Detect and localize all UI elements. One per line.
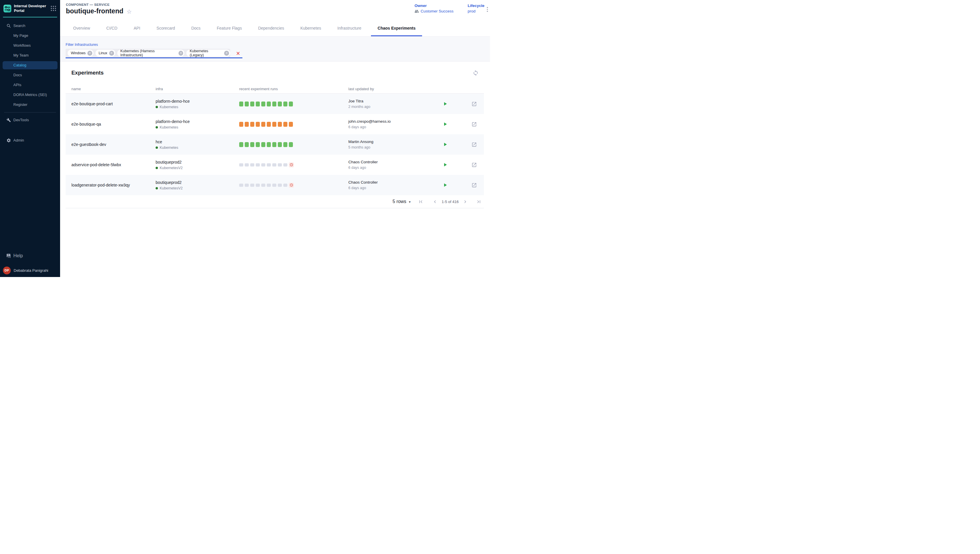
tab-ci-cd[interactable]: CI/CD	[106, 20, 117, 36]
run-square-not_run[interactable]	[267, 163, 271, 167]
run-square-passed[interactable]	[283, 102, 287, 107]
chip-remove-icon[interactable]: ×	[179, 51, 184, 56]
chip-remove-icon[interactable]: ×	[87, 51, 92, 56]
run-square-passed[interactable]	[261, 142, 265, 147]
filter-chip-kubernetes-harness-infrastructure[interactable]: Kubernetes (Harness Infrastructure)×	[117, 49, 185, 57]
run-square-not_run[interactable]	[283, 184, 287, 187]
sidebar-item-apis[interactable]: APIs	[0, 80, 60, 90]
run-square-failed[interactable]	[239, 122, 243, 127]
run-square-not_run[interactable]	[250, 184, 254, 187]
clear-filters-icon[interactable]: ×	[236, 50, 240, 57]
run-square-failed[interactable]	[261, 122, 265, 127]
overdue-clock-icon[interactable]	[289, 183, 294, 188]
run-square-passed[interactable]	[239, 142, 243, 147]
run-square-passed[interactable]	[289, 142, 293, 147]
sidebar-user[interactable]: DP Debabrata Panigrahi	[0, 266, 60, 275]
run-square-not_run[interactable]	[256, 163, 260, 167]
sidebar-item-devtools[interactable]: DevTools	[0, 115, 60, 125]
run-square-failed[interactable]	[250, 122, 254, 127]
sidebar-item-catalog[interactable]: Catalog	[3, 61, 57, 69]
run-square-passed[interactable]	[245, 142, 249, 147]
filter-chip-windows[interactable]: Windows×	[68, 49, 94, 57]
run-square-passed[interactable]	[267, 102, 271, 107]
open-in-new-icon[interactable]	[471, 101, 477, 107]
more-options-icon[interactable]	[486, 6, 489, 13]
sidebar-item-docs[interactable]: Docs	[0, 70, 60, 80]
sidebar-item-search[interactable]: Search	[0, 21, 60, 31]
run-square-passed[interactable]	[239, 102, 243, 107]
sidebar-item-workflows[interactable]: Workflows	[0, 41, 60, 51]
tab-dependencies[interactable]: Dependencies	[258, 20, 284, 36]
tab-chaos-experiments[interactable]: Chaos Experiments	[371, 20, 422, 36]
run-experiment-icon[interactable]	[442, 162, 448, 168]
sidebar-item-help[interactable]: ? Help	[0, 251, 60, 261]
run-square-not_run[interactable]	[245, 163, 249, 167]
filter-chip-linux[interactable]: Linux×	[96, 49, 115, 57]
run-square-failed[interactable]	[278, 122, 282, 127]
open-in-new-icon[interactable]	[471, 162, 477, 168]
run-square-not_run[interactable]	[278, 184, 282, 187]
sidebar-item-dora-metrics-sei[interactable]: DORA Metrics (SEI)	[0, 90, 60, 100]
next-page-icon[interactable]	[463, 199, 468, 204]
run-square-not_run[interactable]	[250, 163, 254, 167]
tab-docs[interactable]: Docs	[191, 20, 201, 36]
run-experiment-icon[interactable]	[442, 121, 448, 127]
run-square-not_run[interactable]	[256, 184, 260, 187]
run-square-not_run[interactable]	[239, 184, 243, 187]
run-square-not_run[interactable]	[245, 184, 249, 187]
run-square-not_run[interactable]	[272, 184, 276, 187]
run-square-passed[interactable]	[278, 102, 282, 107]
rows-per-page-select[interactable]: 5 rows ▾	[393, 199, 410, 204]
run-experiment-icon[interactable]	[442, 101, 448, 107]
run-experiment-icon[interactable]	[442, 141, 448, 148]
previous-page-icon[interactable]	[432, 199, 438, 204]
chip-remove-icon[interactable]: ×	[109, 51, 114, 56]
run-experiment-icon[interactable]	[442, 182, 448, 188]
app-grid-icon[interactable]	[50, 5, 57, 11]
run-square-passed[interactable]	[250, 102, 254, 107]
run-square-passed[interactable]	[256, 102, 260, 107]
run-square-passed[interactable]	[256, 142, 260, 147]
run-square-failed[interactable]	[272, 122, 276, 127]
run-square-not_run[interactable]	[239, 163, 243, 167]
filter-label[interactable]: Filter Infrastructures	[65, 43, 98, 47]
overdue-clock-icon[interactable]	[289, 162, 294, 167]
filter-input[interactable]: Windows×Linux×Kubernetes (Harness Infras…	[65, 49, 243, 58]
run-square-not_run[interactable]	[278, 163, 282, 167]
run-square-failed[interactable]	[245, 122, 249, 127]
tab-api[interactable]: API	[134, 20, 140, 36]
chip-remove-icon[interactable]: ×	[224, 51, 229, 56]
run-square-failed[interactable]	[283, 122, 287, 127]
run-square-failed[interactable]	[267, 122, 271, 127]
favorite-star-icon[interactable]: ☆	[126, 8, 132, 14]
tab-kubernetes[interactable]: Kubernetes	[300, 20, 321, 36]
run-square-passed[interactable]	[283, 142, 287, 147]
run-square-passed[interactable]	[267, 142, 271, 147]
sidebar-item-my-page[interactable]: My Page	[0, 31, 60, 41]
open-in-new-icon[interactable]	[471, 121, 477, 127]
run-square-not_run[interactable]	[261, 184, 265, 187]
run-square-passed[interactable]	[278, 142, 282, 147]
tab-feature-flags[interactable]: Feature Flags	[217, 20, 242, 36]
run-square-not_run[interactable]	[272, 163, 276, 167]
last-page-icon[interactable]	[476, 199, 482, 204]
first-page-icon[interactable]	[418, 199, 423, 204]
run-square-passed[interactable]	[245, 102, 249, 107]
tab-overview[interactable]: Overview	[73, 20, 90, 36]
run-square-not_run[interactable]	[267, 184, 271, 187]
sidebar-item-register[interactable]: Register	[0, 100, 60, 110]
sidebar-item-admin[interactable]: Admin	[0, 135, 60, 145]
run-square-passed[interactable]	[272, 102, 276, 107]
run-square-failed[interactable]	[289, 122, 293, 127]
run-square-not_run[interactable]	[261, 163, 265, 167]
run-square-not_run[interactable]	[283, 163, 287, 167]
run-square-passed[interactable]	[250, 142, 254, 147]
run-square-passed[interactable]	[261, 102, 265, 107]
tab-scorecard[interactable]: Scorecard	[156, 20, 175, 36]
run-square-passed[interactable]	[289, 102, 293, 107]
run-square-passed[interactable]	[272, 142, 276, 147]
open-in-new-icon[interactable]	[471, 141, 477, 148]
filter-chip-kubernetes-legacy[interactable]: Kubernetes (Legacy)×	[186, 49, 230, 57]
tab-infrastructure[interactable]: Infrastructure	[337, 20, 361, 36]
run-square-failed[interactable]	[256, 122, 260, 127]
